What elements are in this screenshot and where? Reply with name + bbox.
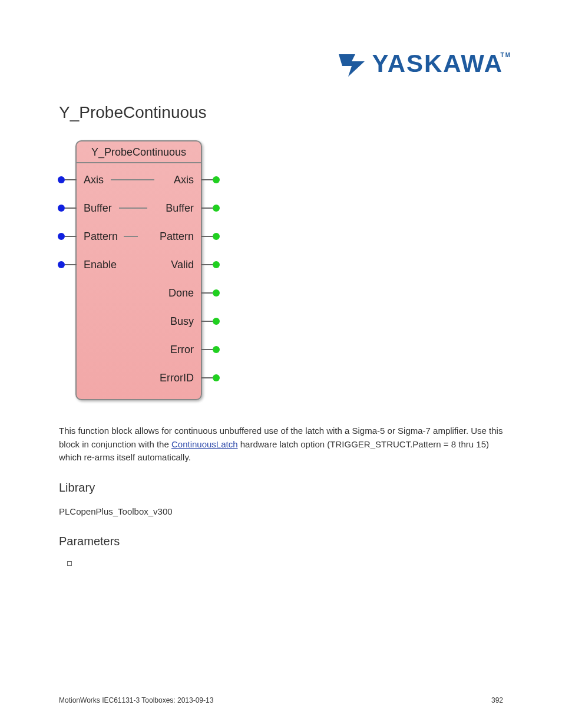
port-label-right: Valid bbox=[117, 259, 194, 271]
footer-left: MotionWorks IEC61131-3 Toolboxes: 2013-0… bbox=[59, 696, 213, 704]
output-connector bbox=[201, 321, 213, 322]
passthrough-line bbox=[124, 236, 138, 237]
footer-right: 392 bbox=[491, 696, 503, 704]
input-connector bbox=[65, 264, 77, 265]
block-row: PatternPattern bbox=[77, 222, 201, 251]
port-label-right: Done bbox=[84, 287, 194, 299]
output-connector bbox=[201, 236, 213, 237]
output-port-dot bbox=[213, 289, 220, 297]
logo-text: YASKAWA TM bbox=[372, 50, 503, 78]
output-connector bbox=[201, 264, 213, 265]
block-row: ErrorID bbox=[77, 364, 201, 392]
parameters-heading: Parameters bbox=[59, 535, 503, 548]
port-label-left: Pattern bbox=[84, 230, 118, 243]
continuous-latch-link[interactable]: ContinuousLatch bbox=[171, 439, 238, 449]
brand-logo: YASKAWA TM bbox=[338, 50, 503, 78]
block-row: EnableValid bbox=[77, 251, 201, 279]
output-connector bbox=[201, 179, 213, 180]
input-connector bbox=[65, 236, 77, 237]
library-heading: Library bbox=[59, 481, 503, 495]
passthrough-line bbox=[119, 207, 147, 209]
port-label-left: Enable bbox=[84, 259, 117, 271]
library-name: PLCopenPlus_Toolbox_v300 bbox=[59, 505, 503, 519]
input-port-dot bbox=[58, 261, 65, 268]
block-row: Busy bbox=[77, 307, 201, 335]
output-port-dot bbox=[213, 374, 220, 381]
page-footer: MotionWorks IEC61131-3 Toolboxes: 2013-0… bbox=[59, 696, 503, 704]
output-connector bbox=[201, 207, 213, 209]
output-connector bbox=[201, 377, 213, 378]
block-title: Y_ProbeContinuous bbox=[77, 146, 201, 163]
output-connector bbox=[201, 292, 213, 294]
port-label-left: Buffer bbox=[84, 202, 112, 215]
output-port-dot bbox=[213, 233, 220, 240]
output-port-dot bbox=[213, 205, 220, 212]
port-label-right: Busy bbox=[84, 315, 194, 328]
input-connector bbox=[65, 207, 77, 209]
input-port-dot bbox=[58, 233, 65, 240]
block-row: AxisAxis bbox=[77, 166, 201, 194]
block-row: BufferBuffer bbox=[77, 194, 201, 222]
page-title: Y_ProbeContinuous bbox=[59, 103, 207, 122]
port-label-right: ErrorID bbox=[84, 372, 194, 384]
input-port-dot bbox=[58, 176, 65, 183]
output-port-dot bbox=[213, 176, 220, 183]
function-block-diagram: Y_ProbeContinuous AxisAxisBufferBufferPa… bbox=[75, 140, 202, 400]
output-port-dot bbox=[213, 346, 220, 353]
block-row: Done bbox=[77, 279, 201, 307]
port-label-right: Error bbox=[84, 344, 194, 356]
port-label-left: Axis bbox=[84, 174, 104, 186]
output-port-dot bbox=[213, 261, 220, 268]
output-connector bbox=[201, 349, 213, 350]
block-row: Error bbox=[77, 335, 201, 364]
output-port-dot bbox=[213, 318, 220, 325]
yaskawa-icon bbox=[338, 50, 366, 78]
passthrough-line bbox=[111, 179, 154, 180]
input-port-dot bbox=[58, 205, 65, 212]
input-connector bbox=[65, 179, 77, 180]
description-text: This function block allows for continuou… bbox=[59, 424, 503, 465]
